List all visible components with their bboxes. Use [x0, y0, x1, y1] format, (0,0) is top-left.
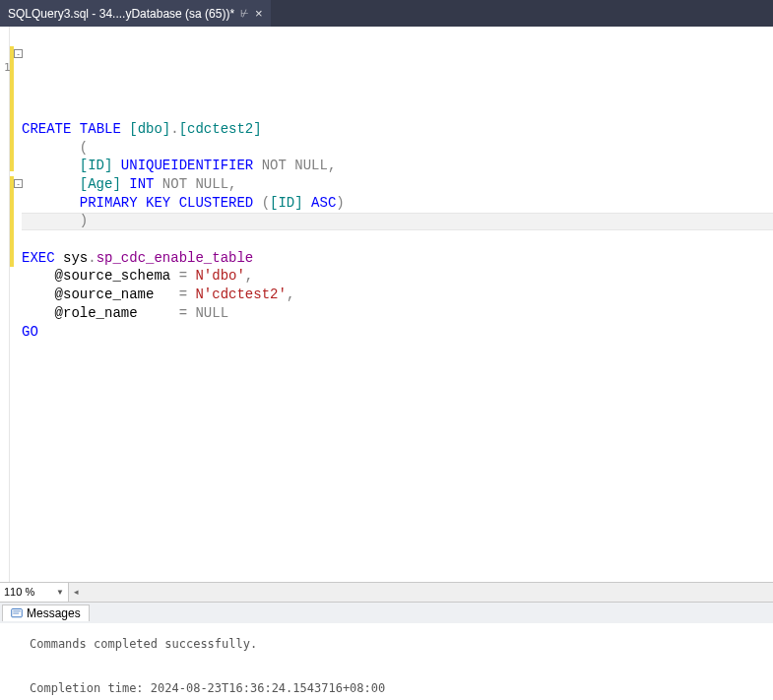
close-icon[interactable]: ×: [255, 7, 263, 20]
chevron-down-icon: ▼: [56, 588, 64, 597]
file-tab-title: SQLQuery3.sql - 34....yDatabase (sa (65)…: [8, 7, 234, 21]
editor-shell: 1 - - CREATE TABLE [dbo].[cdctest2] ( [I…: [0, 27, 773, 700]
code-area[interactable]: CREATE TABLE [dbo].[cdctest2] ( [ID] UNI…: [22, 27, 773, 582]
change-track-2: [10, 176, 14, 267]
messages-tab-label: Messages: [27, 606, 81, 620]
zoom-value: 110 %: [4, 586, 34, 598]
scroll-left-icon[interactable]: ◂: [69, 585, 83, 599]
change-track-1: [10, 46, 14, 171]
indicator-margin: 1: [0, 27, 10, 582]
tab-bar: SQLQuery3.sql - 34....yDatabase (sa (65)…: [0, 0, 773, 27]
zoom-dropdown[interactable]: 110 % ▼: [0, 583, 69, 602]
file-tab[interactable]: SQLQuery3.sql - 34....yDatabase (sa (65)…: [0, 0, 271, 27]
messages-body[interactable]: Commands completed successfully. Complet…: [0, 623, 773, 700]
messages-icon: [11, 607, 23, 619]
messages-line-1: Commands completed successfully.: [30, 633, 773, 656]
editor-body: 1 - - CREATE TABLE [dbo].[cdctest2] ( [I…: [0, 27, 773, 582]
messages-header: Messages: [0, 602, 773, 623]
folding-gutter: - -: [10, 27, 22, 582]
h-scroll-region[interactable]: ◂: [69, 585, 773, 599]
messages-tab[interactable]: Messages: [2, 605, 90, 621]
zoom-scroll-row: 110 % ▼ ◂: [0, 582, 773, 602]
code-lines: CREATE TABLE [dbo].[cdctest2] ( [ID] UNI…: [22, 101, 773, 359]
pin-icon[interactable]: ⊬: [240, 8, 249, 19]
messages-line-2: Completion time: 2024-08-23T16:36:24.154…: [30, 677, 773, 700]
